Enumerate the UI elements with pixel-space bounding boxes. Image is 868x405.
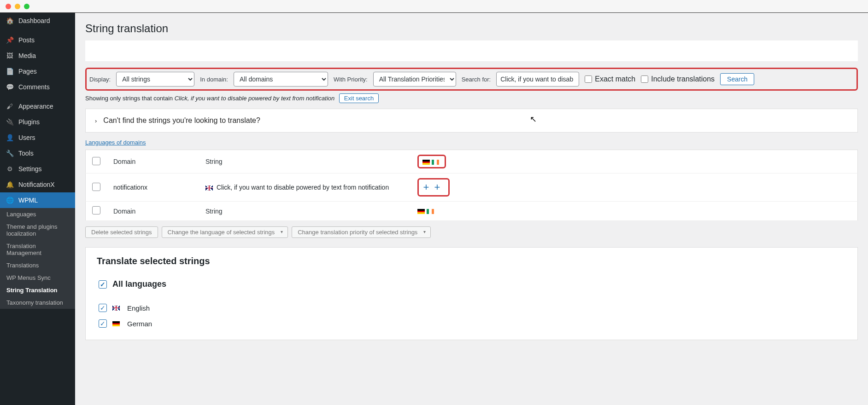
sidebar-item-dashboard[interactable]: 🏠Dashboard — [0, 13, 75, 29]
priority-label: With Priority: — [334, 76, 368, 83]
all-languages-checkbox[interactable]: ✓ — [99, 280, 107, 289]
globe-icon: 🌐 — [6, 197, 14, 204]
exact-match-checkbox[interactable] — [585, 75, 592, 83]
sidebar-item-appearance[interactable]: 🖌Appearance — [0, 98, 75, 114]
table-row: notificationx Click, if you want to disa… — [86, 174, 858, 202]
sidebar-label: Appearance — [18, 103, 53, 110]
sidebar-item-comments[interactable]: 💬Comments — [0, 79, 75, 95]
german-checkbox[interactable]: ✓ — [99, 319, 107, 328]
search-button[interactable]: Search — [720, 73, 754, 85]
submenu-string-translation[interactable]: String Translation — [0, 284, 75, 296]
language-row-german[interactable]: ✓ German — [97, 316, 846, 331]
sidebar-item-media[interactable]: 🖼Media — [0, 48, 75, 64]
submenu-taxonomy-translation[interactable]: Taxonomy translation — [0, 296, 75, 309]
sidebar-label: Pages — [18, 68, 37, 75]
submenu-translations[interactable]: Translations — [0, 259, 75, 272]
row-string: Click, if you want to disable powered by… — [199, 174, 411, 202]
sidebar-item-plugins[interactable]: 🔌Plugins — [0, 114, 75, 130]
submenu-translation-management[interactable]: Translation Management — [0, 240, 75, 259]
display-label: Display: — [89, 76, 111, 83]
exit-search-button[interactable]: Exit search — [339, 93, 379, 103]
sidebar-item-wpml[interactable]: 🌐WPML — [0, 192, 75, 208]
th-domain: Domain — [107, 150, 199, 174]
translate-selected-panel: Translate selected strings ✓ All languag… — [85, 247, 858, 340]
submenu-languages[interactable]: Languages — [0, 208, 75, 220]
admin-sidebar: 🏠Dashboard 📌Posts 🖼Media 📄Pages 💬Comment… — [0, 13, 75, 405]
bell-icon: 🔔 — [6, 181, 14, 188]
english-checkbox[interactable]: ✓ — [99, 304, 107, 312]
th-domain: Domain — [107, 202, 199, 221]
close-icon[interactable] — [6, 4, 11, 9]
flag-de-icon — [422, 160, 430, 165]
th-flags — [411, 202, 858, 221]
sidebar-label: Tools — [18, 150, 34, 157]
sidebar-submenu: Languages Theme and plugins localization… — [0, 208, 75, 309]
window-titlebar — [0, 0, 868, 13]
all-languages-label: All languages — [112, 279, 166, 289]
sidebar-item-tools[interactable]: 🔧Tools — [0, 145, 75, 161]
th-flags — [411, 150, 858, 174]
brush-icon: 🖌 — [6, 103, 14, 110]
wrench-icon: 🔧 — [6, 150, 14, 157]
gear-icon: ⚙ — [6, 165, 14, 173]
search-input[interactable] — [496, 72, 579, 87]
all-languages-row[interactable]: ✓ All languages — [97, 276, 846, 293]
minimize-icon[interactable] — [15, 4, 20, 9]
priority-select[interactable]: All Translation Priorities — [373, 72, 456, 87]
flag-uk-icon — [112, 306, 120, 311]
sidebar-item-settings[interactable]: ⚙Settings — [0, 161, 75, 177]
notice-blurred — [85, 40, 858, 61]
pin-icon: 📌 — [6, 36, 14, 44]
sidebar-label: Comments — [18, 83, 50, 91]
select-all-checkbox[interactable] — [92, 206, 100, 214]
languages-of-domains-link[interactable]: Languages of domains — [85, 139, 146, 146]
language-label: German — [127, 320, 152, 328]
language-label: English — [127, 304, 150, 312]
submenu-wp-menus-sync[interactable]: WP Menus Sync — [0, 272, 75, 284]
change-language-select[interactable]: Change the language of selected strings — [162, 226, 288, 238]
filter-bar: Display: All strings In domain: All doma… — [85, 68, 858, 91]
page-title: String translation — [85, 22, 858, 35]
sidebar-label: Dashboard — [18, 17, 50, 24]
sidebar-item-posts[interactable]: 📌Posts — [0, 32, 75, 48]
domain-select[interactable]: All domains — [234, 72, 328, 87]
language-row-english[interactable]: ✓ English — [97, 300, 846, 316]
select-all-checkbox[interactable] — [92, 157, 100, 165]
add-translation-de-button[interactable]: + — [422, 181, 430, 193]
flag-ie-icon — [427, 209, 434, 214]
sidebar-label: Settings — [18, 165, 42, 173]
include-translations-label: Include translations — [651, 75, 715, 83]
main-content: String translation Display: All strings … — [75, 13, 868, 405]
sidebar-label: WPML — [18, 197, 38, 204]
search-label: Search for: — [462, 76, 491, 83]
sidebar-label: Users — [18, 134, 35, 141]
include-translations-checkbox[interactable] — [641, 75, 648, 83]
panel-title: Translate selected strings — [97, 256, 846, 266]
user-icon: 👤 — [6, 134, 14, 141]
exact-match-label: Exact match — [595, 75, 635, 83]
sidebar-item-notificationx[interactable]: 🔔NotificationX — [0, 177, 75, 192]
bulk-action-row: Delete selected strings Change the langu… — [85, 226, 858, 238]
sidebar-item-pages[interactable]: 📄Pages — [0, 64, 75, 79]
maximize-icon[interactable] — [24, 4, 29, 9]
chevron-right-icon: › — [95, 117, 97, 124]
add-translation-ie-button[interactable]: + — [434, 181, 441, 193]
change-priority-select[interactable]: Change translation priority of selected … — [292, 226, 431, 238]
help-expand-box[interactable]: › Can't find the strings you're looking … — [85, 109, 858, 133]
sidebar-label: Media — [18, 52, 36, 59]
row-checkbox[interactable] — [92, 183, 100, 191]
strings-table: Domain String notificationx Click, if yo… — [85, 150, 858, 221]
th-string: String — [199, 150, 411, 174]
submenu-theme-localization[interactable]: Theme and plugins localization — [0, 220, 75, 240]
display-select[interactable]: All strings — [116, 72, 194, 87]
plugin-icon: 🔌 — [6, 118, 14, 126]
row-domain: notificationx — [107, 174, 199, 202]
media-icon: 🖼 — [6, 52, 14, 59]
sidebar-item-users[interactable]: 👤Users — [0, 130, 75, 145]
th-string: String — [199, 202, 411, 221]
page-icon: 📄 — [6, 68, 14, 75]
comment-icon: 💬 — [6, 83, 14, 91]
help-text: Can't find the strings you're looking to… — [103, 116, 260, 125]
flag-ie-icon — [432, 160, 439, 165]
delete-selected-button[interactable]: Delete selected strings — [85, 226, 158, 238]
